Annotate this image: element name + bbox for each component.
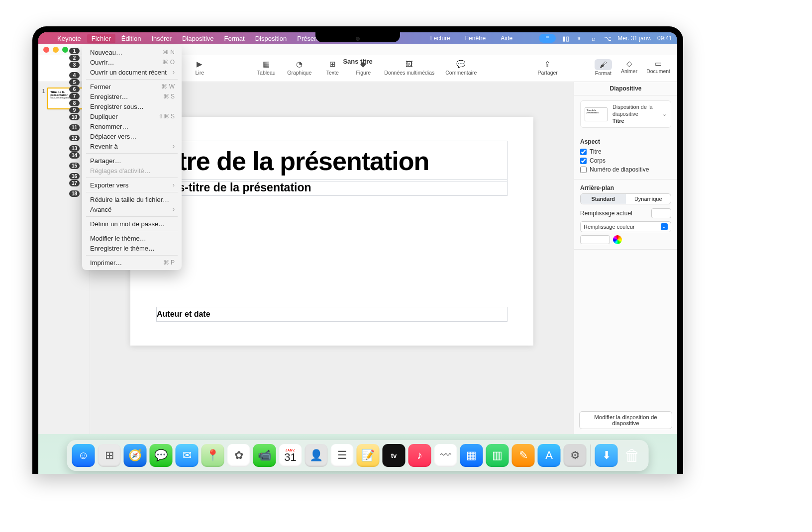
menu-fenetre[interactable]: Fenêtre (461, 34, 490, 43)
toolbar-share[interactable]: ⇪Partager (538, 60, 558, 76)
menubar-time[interactable]: 09:41 (657, 35, 672, 42)
menu-item-ouvrir-un-document-r-cent[interactable]: Ouvrir un document récent› (82, 67, 182, 77)
dock-notes[interactable]: 📝 (357, 444, 380, 467)
seg-standard[interactable]: Standard (581, 194, 626, 204)
dock-safari[interactable]: 🧭 (124, 444, 147, 467)
select-arrow-icon: ⌄ (661, 223, 668, 230)
wifi-icon[interactable]: ᯤ (576, 35, 584, 42)
menu-item-ouvrir-[interactable]: Ouvrir…⌘ O (82, 57, 182, 67)
tab-document[interactable]: ▭Document (646, 59, 670, 76)
dock-contacts[interactable]: 👤 (305, 444, 328, 467)
dock-messages[interactable]: 💬 (150, 444, 173, 467)
color-well[interactable] (580, 235, 610, 244)
menu-item-enregistrer-sous-[interactable]: Enregistrer sous… (82, 101, 182, 111)
menu-item-avanc-[interactable]: Avancé› (82, 204, 182, 214)
menu-fichier[interactable]: Fichier (87, 34, 115, 43)
slide[interactable]: Titre de la présentation Sous-titre de l… (130, 117, 533, 346)
step-badge: 8 (69, 100, 80, 106)
toolbar-comment[interactable]: 💬Commentaire (445, 60, 477, 76)
checkbox-corps[interactable]: Corps (580, 156, 671, 165)
fill-swatch[interactable] (651, 208, 671, 218)
dock-freeform[interactable]: 〰 (434, 444, 457, 467)
menu-item-enregistrer-[interactable]: Enregistrer…⌘ S (82, 91, 182, 101)
modify-layout-button[interactable]: Modifier la disposition de diapositive (579, 411, 672, 429)
minimize-button[interactable] (53, 47, 59, 53)
menu-item-imprimer-[interactable]: Imprimer…⌘ P (82, 258, 182, 267)
menu-edition[interactable]: Édition (117, 34, 146, 43)
slide-title-textbox[interactable]: Titre de la présentation (156, 141, 508, 181)
menu-app[interactable]: Keynote (53, 34, 86, 43)
color-wheel-icon[interactable] (613, 235, 622, 244)
dock-launchpad[interactable]: ⊞ (98, 444, 121, 467)
dock-finder[interactable]: ☺ (72, 444, 95, 467)
dock-settings[interactable]: ⚙ (564, 444, 587, 467)
menu-diapositive[interactable]: Diapositive (178, 34, 218, 43)
background-segment[interactable]: Standard Dynamique (580, 193, 671, 204)
mic-indicator[interactable]: ⦙⦙⦙ (539, 34, 556, 43)
menu-item-fermer[interactable]: Fermer⌘ W (82, 82, 182, 91)
toolbar-label: Figure (356, 70, 371, 76)
toolbar-chart[interactable]: ◔Graphique (287, 60, 311, 76)
step-badge: 7 (69, 93, 80, 99)
fullscreen-button[interactable] (62, 47, 68, 53)
step-badge: 4 (69, 72, 80, 79)
menu-item-enregistrer-le-th-me-[interactable]: Enregistrer le thème… (82, 243, 182, 253)
battery-icon[interactable]: ▮▯ (562, 35, 570, 42)
menu-item-partager-[interactable]: Partager… (82, 156, 182, 166)
dock-trash[interactable]: 🗑 (621, 444, 644, 467)
step-badge: 11 (69, 124, 80, 131)
menu-item-r-duire-la-taille-du-fichier-[interactable]: Réduire la taille du fichier… (82, 194, 182, 204)
menu-disposition[interactable]: Disposition (251, 34, 292, 43)
menu-item-d-finir-un-mot-de-passe-[interactable]: Définir un mot de passe… (82, 219, 182, 229)
dock-maps[interactable]: 📍 (202, 444, 224, 467)
dock-calendar[interactable]: JANV.31 (279, 444, 302, 467)
dock-music[interactable]: ♪ (408, 444, 431, 467)
menu-item-revenir-[interactable]: Revenir à› (82, 141, 182, 151)
close-button[interactable] (43, 47, 49, 53)
control-center-icon[interactable]: ⌥ (604, 35, 611, 42)
menu-item-exporter-vers[interactable]: Exporter vers› (82, 180, 182, 190)
menu-item-nouveau-[interactable]: Nouveau…⌘ N (82, 47, 182, 57)
slide-subtitle-textbox[interactable]: Sous-titre de la présentation (156, 179, 508, 196)
dock-mail[interactable]: ✉ (176, 444, 199, 467)
animate-icon: ◇ (626, 59, 632, 68)
spotlight-icon[interactable]: ⌕ (590, 35, 598, 42)
menu-item-dupliquer[interactable]: Dupliquer⇧⌘ S (82, 111, 182, 121)
dock-reminders[interactable]: ☰ (331, 444, 354, 467)
step-badge: 1 (69, 48, 80, 54)
menu-lecture[interactable]: Lecture (426, 34, 455, 43)
dock-downloads[interactable]: ⬇ (595, 444, 618, 467)
dock-keynote[interactable]: ▦ (460, 444, 483, 467)
dock-facetime[interactable]: 📹 (253, 444, 276, 467)
toolbar-label: Données multimédias (384, 70, 434, 76)
file-menu-dropdown[interactable]: Nouveau…⌘ NOuvrir…⌘ OOuvrir un document … (82, 45, 182, 270)
menu-format[interactable]: Format (220, 34, 249, 43)
toolbar-text[interactable]: ⊞Texte (322, 60, 342, 76)
slide-author-textbox[interactable]: Auteur et date (156, 307, 508, 322)
menu-inserer[interactable]: Insérer (147, 34, 176, 43)
toolbar-label: Graphique (287, 70, 311, 76)
layout-picker[interactable]: Titre de la présentation Disposition de … (580, 100, 671, 128)
tab-animate[interactable]: ◇Animer (621, 59, 637, 76)
menu-item-renommer-[interactable]: Renommer… (82, 121, 182, 131)
tab-format[interactable]: 🖌Format (595, 59, 612, 76)
background-label: Arrière-plan (580, 184, 671, 191)
menubar-date[interactable]: Mer. 31 janv. (617, 35, 651, 42)
dock-appstore[interactable]: A (538, 444, 561, 467)
menu-aide[interactable]: Aide (496, 34, 517, 43)
menu-item-modifier-le-th-me-[interactable]: Modifier le thème… (82, 233, 182, 243)
dock-photos[interactable]: ✿ (227, 444, 250, 467)
slide-thumbnail[interactable]: Titre de la présentation Sous-titre de l… (47, 88, 86, 109)
dock-numbers[interactable]: ▥ (486, 444, 509, 467)
dock[interactable]: ☺⊞🧭💬✉📍✿📹JANV.31👤☰📝tv♪〰▦▥✎A⚙⬇🗑 (67, 440, 649, 471)
checkbox-titre[interactable]: Titre (580, 147, 671, 156)
fill-type-select[interactable]: Remplissage couleur ⌄ (580, 221, 671, 232)
toolbar-media[interactable]: 🖼Données multimédias (384, 60, 434, 76)
toolbar-table[interactable]: ▦Tableau (256, 60, 276, 76)
dock-pages[interactable]: ✎ (512, 444, 535, 467)
menu-item-d-placer-vers-[interactable]: Déplacer vers… (82, 131, 182, 141)
seg-dynamique[interactable]: Dynamique (626, 194, 671, 204)
dock-tv[interactable]: tv (383, 444, 406, 467)
checkbox-numero[interactable]: Numéro de diapositive (580, 165, 671, 174)
toolbar-play[interactable]: ▶ Lire (190, 60, 209, 76)
